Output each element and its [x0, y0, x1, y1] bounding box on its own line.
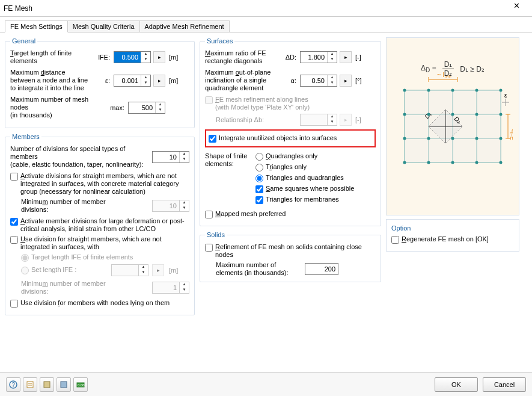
max-ratio-unit: [-]	[354, 54, 376, 61]
detail-icon[interactable]	[57, 377, 71, 392]
value-icon[interactable]: 0.00	[73, 377, 88, 392]
footer: ? 0.00 OK Cancel	[0, 372, 532, 396]
svg-point-27	[403, 89, 406, 92]
target-length-sym: lFE:	[93, 54, 111, 61]
option-legend: Option	[391, 224, 514, 232]
svg-point-39	[451, 137, 454, 140]
max-elem-label: Maximum number of elements (in thousands…	[216, 261, 300, 277]
max-dist-unit: [m]	[168, 77, 189, 84]
svg-point-46	[500, 161, 503, 164]
general-legend: General	[10, 37, 37, 45]
max-incl-picker-icon[interactable]: ▸	[340, 75, 352, 87]
svg-point-29	[451, 89, 454, 92]
general-group: General Target length of finiteelements …	[5, 37, 195, 128]
mesh-diagram-icon: ~ lFE D₁ D₂ ε ~lFE	[393, 66, 513, 187]
relation-input: ▲▼	[300, 114, 337, 126]
min-div-input: ▲▼	[152, 200, 189, 212]
svg-point-45	[475, 161, 478, 164]
relation-unit: [-]	[354, 116, 376, 123]
svg-point-34	[451, 113, 454, 116]
diagram-panel: ~ lFE D₁ D₂ ε ~lFE	[386, 37, 519, 215]
option-group: Option Regenerate FE mesh on [OK]	[386, 219, 519, 252]
ok-button[interactable]: OK	[435, 377, 478, 392]
surfaces-group: Surfaces Maximum ratio of FErectangle di…	[200, 37, 381, 226]
max-elem-input[interactable]	[305, 263, 338, 275]
max-ratio-label: Maximum ratio of FErectangle diagonals	[205, 49, 277, 65]
radio-target-length: Target length lFE of finite elements	[21, 253, 189, 262]
max-nodes-input[interactable]: ▲▼	[128, 102, 165, 114]
max-incl-unit: [°]	[354, 77, 376, 84]
max-incl-sym: α:	[280, 77, 298, 84]
help-icon[interactable]: ?	[6, 377, 20, 392]
refine-solids-check[interactable]: Refinement of FE mesh on solids containi…	[205, 243, 376, 259]
svg-point-35	[475, 113, 478, 116]
max-ratio-picker-icon[interactable]: ▸	[340, 51, 352, 63]
tab-adaptive-refinement[interactable]: Adaptive Mesh Refinement	[139, 20, 230, 32]
regenerate-check[interactable]: Regenerate FE mesh on [OK]	[391, 235, 514, 244]
window-title: FE Mesh	[4, 4, 504, 13]
surfaces-legend: Surfaces	[205, 37, 234, 45]
svg-point-43	[427, 161, 430, 164]
shape-label: Shape of finite elements:	[205, 152, 253, 168]
max-ratio-input[interactable]: ▲▼	[300, 51, 337, 63]
max-ratio-sym: ΔD:	[280, 54, 298, 61]
svg-point-38	[427, 137, 430, 140]
relation-label: Relationship Δb:	[216, 116, 298, 124]
integrate-highlight: Integrate unutilized objects into surfac…	[205, 129, 376, 147]
svg-point-41	[500, 137, 503, 140]
svg-text:0.00: 0.00	[78, 383, 85, 387]
svg-text:?: ?	[12, 382, 16, 388]
shape-same-check[interactable]: Same squares where possible	[255, 185, 376, 193]
integrate-check[interactable]: Integrate unutilized objects into surfac…	[209, 134, 372, 143]
target-length-label: Target length of finiteelements	[10, 49, 91, 65]
units-icon[interactable]	[40, 377, 54, 392]
diagram-formula: ΔD = D₁D₂ D₁ ≥ D₂	[421, 60, 485, 78]
tab-fe-mesh-settings[interactable]: FE Mesh Settings	[5, 20, 68, 32]
set-length-picker-icon: ▸	[152, 264, 164, 276]
shape-tri-radio[interactable]: Triangles only	[255, 163, 376, 172]
use-div-straight-check[interactable]: Use division for straight members, which…	[10, 235, 189, 251]
target-length-picker-icon[interactable]: ▸	[153, 51, 165, 63]
close-button[interactable]: ✕	[504, 1, 528, 16]
max-nodes-label: Maximum number of mesh nodes(in thousand…	[10, 96, 105, 119]
target-length-input[interactable]: ▲▼	[114, 51, 151, 63]
activate-large-check[interactable]: Activate member divisions for large defo…	[10, 217, 189, 233]
max-incl-label: Maximum out-of-plane inclination of a si…	[205, 69, 277, 92]
use-div-nodes-check[interactable]: Use division for members with nodes lyin…	[10, 299, 189, 308]
min-div-label: Minimum number of memberdivisions:	[21, 198, 150, 214]
svg-text:ε: ε	[504, 92, 507, 99]
max-dist-input[interactable]: ▲▼	[114, 75, 151, 87]
tab-mesh-quality[interactable]: Mesh Quality Criteria	[67, 20, 140, 32]
min-div2-input: ▲▼	[152, 282, 189, 294]
cancel-button[interactable]: Cancel	[483, 377, 526, 392]
activate-straight-check[interactable]: Activate divisions for straight members,…	[10, 172, 189, 196]
div-special-input[interactable]: ▲▼	[152, 151, 189, 163]
svg-point-42	[403, 161, 406, 164]
svg-point-33	[427, 113, 430, 116]
shape-both-radio[interactable]: Triangles and quadrangles	[255, 174, 376, 182]
min-div2-label: Minimum number of memberdivisions:	[21, 280, 150, 295]
shape-quad-radio[interactable]: Quadrangles only	[255, 152, 376, 161]
svg-point-40	[475, 137, 478, 140]
target-length-unit: [m]	[168, 54, 189, 61]
svg-point-36	[500, 113, 503, 116]
svg-text:~lFE: ~lFE	[509, 129, 513, 140]
max-dist-picker-icon[interactable]: ▸	[153, 75, 165, 87]
svg-point-44	[451, 161, 454, 164]
members-legend: Members	[10, 133, 41, 140]
max-incl-input[interactable]: ▲▼	[300, 75, 337, 87]
svg-rect-49	[27, 382, 33, 388]
note-icon[interactable]	[23, 377, 37, 392]
mapped-check[interactable]: Mapped mesh preferred	[205, 210, 376, 218]
svg-rect-53	[61, 382, 67, 388]
svg-rect-52	[44, 382, 50, 388]
max-dist-label: Maximum distance between a node and a li…	[10, 69, 91, 92]
set-length-input: ▲▼	[111, 264, 148, 276]
svg-point-32	[403, 113, 406, 116]
refine-lines-check: FE mesh refinement along lines(with Mode…	[205, 96, 376, 111]
svg-point-31	[500, 89, 503, 92]
titlebar: FE Mesh ✕	[0, 0, 532, 17]
shape-membr-check[interactable]: Triangles for membranes	[255, 196, 376, 204]
solids-group: Solids Refinement of FE mesh on solids c…	[200, 231, 381, 282]
set-length-unit: [m]	[168, 267, 189, 274]
